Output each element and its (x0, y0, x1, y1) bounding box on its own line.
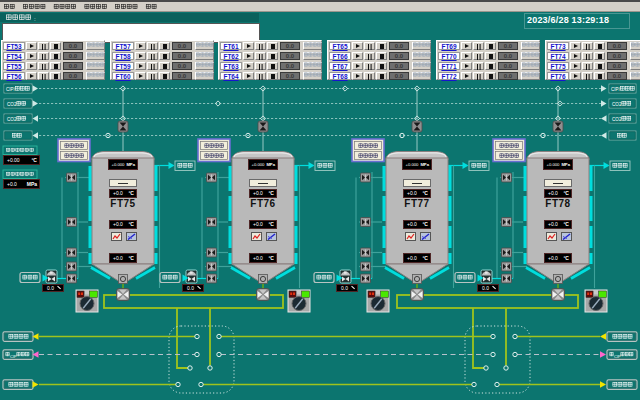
svg-text:CIP: CIP (10, 354, 17, 359)
svg-text::: : (34, 16, 36, 22)
svg-text:CO2: CO2 (612, 117, 622, 122)
svg-text:CIP/: CIP/ (6, 87, 16, 92)
svg-text:CO2: CO2 (7, 102, 17, 107)
svg-text:CIP/: CIP/ (611, 87, 621, 92)
svg-text:CO2: CO2 (7, 117, 17, 122)
svg-text:CIP: CIP (614, 354, 621, 359)
svg-text:CO2: CO2 (612, 102, 622, 107)
